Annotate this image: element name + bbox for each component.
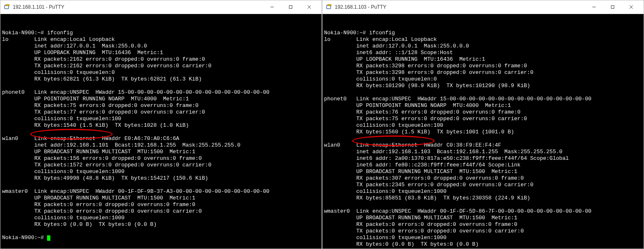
wlan0-line: RX packets:156 errors:0 dropped:0 overru…	[34, 155, 202, 161]
prompt: Nokia-N900:~#	[2, 235, 44, 241]
wlan0-inet-addr: inet addr:192.168.1.103 Bcast:192.168.1.…	[356, 149, 562, 155]
svg-rect-1	[6, 5, 9, 6]
wlan0-line: inet6 addr: 2a00:1370:817a:e50:c238:f9ff…	[356, 155, 569, 161]
command: ifconfig	[47, 30, 73, 36]
terminal-right[interactable]: Nokia-N900:~# ifconfig lo Link encap:Loc…	[322, 14, 644, 249]
terminal-left[interactable]: Nokia-N900:~# ifconfig lo Link encap:Loc…	[0, 14, 322, 249]
cursor-icon	[47, 235, 50, 241]
iface-lo: lo	[324, 36, 331, 43]
iface-lo: lo	[2, 36, 9, 43]
svg-rect-9	[611, 6, 614, 9]
phonet0-line: Link encap:UNSPEC HWaddr 15-00-00-00-00-…	[34, 89, 270, 95]
wlan0-line: RX bytes:85851 (83.8 KiB) TX bytes:23035…	[356, 195, 530, 201]
wlan0-line: collisions:0 txqueuelen:1000	[34, 168, 124, 175]
lo-line: RX packets:2162 errors:0 dropped:0 overr…	[34, 56, 205, 62]
window-title: 192.168.1.101 - PuTTY	[13, 4, 263, 10]
prompt: Nokia-N900:~#	[2, 30, 44, 36]
putty-icon	[326, 4, 332, 10]
lo-line: inet addr:127.0.0.1 Mask:255.0.0.0	[356, 43, 469, 49]
wmaster0-line: Link encap:UNSPEC HWaddr 00-1F-DF-9B-37-…	[34, 188, 270, 194]
wmaster0-line: UP BROADCAST RUNNING MULTICAST MTU:1500 …	[34, 195, 195, 201]
phonet0-line: RX bytes:1540 (1.5 KiB) TX bytes:1028 (1…	[34, 122, 189, 128]
phonet0-line: collisions:0 txqueuelen:100	[356, 122, 443, 128]
maximize-button[interactable]	[603, 3, 622, 11]
wlan0-line: Link encap:Ethernet HWaddr E0:A6:70:A0:C…	[34, 135, 179, 142]
wlan0-line: collisions:0 txqueuelen:1000	[356, 188, 446, 194]
putty-icon	[4, 4, 10, 10]
lo-line: collisions:0 txqueuelen:0	[34, 69, 115, 76]
lo-line: RX bytes:62821 (61.3 KiB) TX bytes:62821…	[34, 76, 202, 82]
lo-line: TX packets:3298 errors:0 dropped:0 overr…	[356, 69, 533, 76]
window-controls	[263, 3, 318, 11]
minimize-button[interactable]	[263, 3, 281, 11]
wmaster0-line: RX bytes:0 (0.0 B) TX bytes:0 (0.0 B)	[34, 221, 156, 228]
phonet0-line: UP POINTOPOINT RUNNING NOARP MTU:4000 Me…	[34, 96, 189, 102]
titlebar-right[interactable]: 192.168.1.103 - PuTTY	[322, 0, 644, 14]
phonet0-line: RX packets:76 errors:0 dropped:0 overrun…	[356, 109, 521, 115]
close-button[interactable]	[622, 3, 640, 11]
phonet0-line: RX bytes:1560 (1.5 KiB) TX bytes:1001 (1…	[356, 129, 514, 135]
wlan0-line: UP BROADCAST RUNNING MULTICAST MTU:1500 …	[34, 149, 195, 155]
wmaster0-line: TX packets:0 errors:0 dropped:0 overruns…	[356, 228, 524, 234]
lo-line: collisions:0 txqueuelen:0	[356, 76, 437, 82]
wlan0-line: RX bytes:49998 (48.8 KiB) TX bytes:15421…	[34, 175, 208, 181]
wmaster0-line: RX packets:0 errors:0 dropped:0 overruns…	[34, 202, 195, 208]
wmaster0-line: TX packets:0 errors:0 dropped:0 overruns…	[34, 208, 202, 214]
lo-line: Link encap:Local Loopback	[356, 36, 437, 43]
wlan0-line: TX packets:2345 errors:0 dropped:0 overr…	[356, 182, 533, 188]
wlan0-line: UP BROADCAST RUNNING MULTICAST MTU:1500 …	[356, 168, 517, 175]
phonet0-line: UP POINTOPOINT RUNNING NOARP MTU:4000 Me…	[356, 102, 511, 109]
iface-phonet0: phonet0	[2, 89, 25, 95]
wmaster0-line: Link encap:UNSPEC HWaddr 00-1F-DF-5D-86-…	[356, 208, 592, 214]
lo-line: RX packets:3298 errors:0 dropped:0 overr…	[356, 63, 527, 69]
maximize-button[interactable]	[281, 3, 300, 11]
iface-wmaster0: wmaster0	[2, 188, 28, 194]
window-controls	[585, 3, 640, 11]
phonet0-line: TX packets:75 errors:0 dropped:0 overrun…	[356, 116, 527, 122]
wmaster0-line: UP BROADCAST RUNNING MULTICAST MTU:1500 …	[356, 215, 517, 221]
putty-window-left: 192.168.1.101 - PuTTY Nokia-N900:~# ifco…	[0, 0, 322, 249]
lo-line: Link encap:Local Loopback	[34, 36, 115, 43]
wmaster0-line: collisions:0 txqueuelen:1000	[34, 215, 124, 221]
lo-line: TX packets:2162 errors:0 dropped:0 overr…	[34, 63, 211, 69]
command: ifconfig	[369, 30, 395, 36]
lo-line: RX bytes:101290 (98.9 KiB) TX bytes:1012…	[356, 83, 530, 89]
wmaster0-line: collisions:0 txqueuelen:1000	[356, 235, 446, 241]
phonet0-line: collisions:0 txqueuelen:100	[34, 116, 121, 122]
phonet0-line: Link encap:UNSPEC HWaddr 15-00-00-00-00-…	[356, 96, 592, 102]
lo-line: inet6 addr: ::1/128 Scope:Host	[356, 50, 453, 56]
wmaster0-line: RX packets:0 errors:0 dropped:0 overruns…	[356, 221, 517, 228]
wmaster0-line: RX bytes:0 (0.0 B) TX bytes:0 (0.0 B)	[356, 241, 478, 247]
svg-rect-7	[328, 5, 331, 6]
wlan0-line: RX packets:307 errors:0 dropped:0 overru…	[356, 175, 524, 181]
window-title: 192.168.1.103 - PuTTY	[335, 4, 585, 10]
lo-line: UP LOOPBACK RUNNING MTU:16436 Metric:1	[356, 56, 485, 62]
iface-phonet0: phonet0	[324, 96, 347, 102]
phonet0-line: TX packets:77 errors:0 dropped:0 overrun…	[34, 109, 205, 115]
wlan0-inet-addr: inet addr:192.168.1.101 Bcast:192.168.1.…	[34, 142, 240, 148]
close-button[interactable]	[300, 3, 318, 11]
putty-window-right: 192.168.1.103 - PuTTY Nokia-N900:~# ifco…	[322, 0, 644, 249]
wlan0-line: TX packets:1572 errors:0 dropped:0 overr…	[34, 162, 211, 168]
iface-wmaster0: wmaster0	[324, 208, 350, 214]
titlebar-left[interactable]: 192.168.1.101 - PuTTY	[0, 0, 322, 14]
lo-line: UP LOOPBACK RUNNING MTU:16436 Metric:1	[34, 50, 163, 56]
wlan0-line: inet6 addr: fe80::c238:f9ff:feee:f44f/64…	[356, 162, 521, 168]
phonet0-line: RX packets:75 errors:0 dropped:0 overrun…	[34, 102, 199, 109]
wlan0-line: Link encap:Ethernet HWaddr C0:38:F9:EE:F…	[356, 142, 501, 148]
lo-line: inet addr:127.0.0.1 Mask:255.0.0.0	[34, 43, 147, 49]
prompt: Nokia-N900:~#	[324, 30, 366, 36]
minimize-button[interactable]	[585, 3, 603, 11]
iface-wlan0: wlan0	[2, 135, 18, 142]
svg-rect-3	[289, 6, 292, 9]
iface-wlan0: wlan0	[324, 142, 340, 148]
